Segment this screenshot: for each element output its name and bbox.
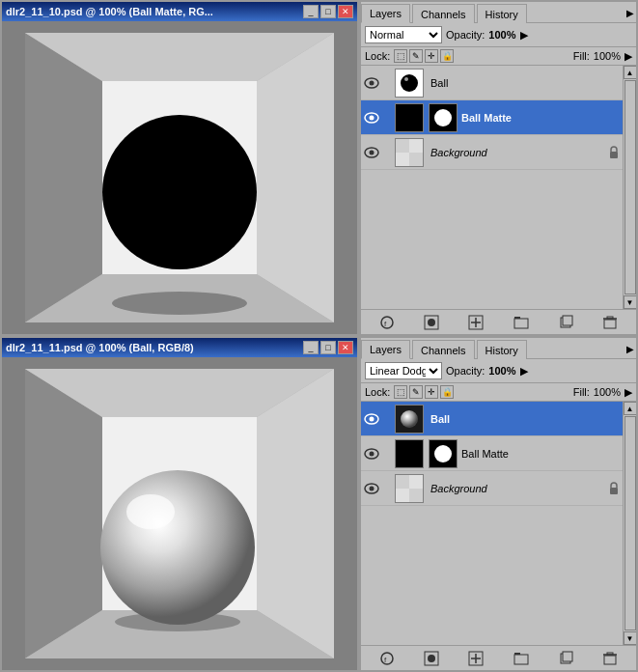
svg-rect-15 (396, 104, 423, 131)
top-titlebar: dlr2_11_10.psd @ 100% (Ball Matte, RG...… (2, 2, 357, 21)
svg-rect-23 (610, 152, 618, 158)
svg-point-19 (370, 150, 374, 154)
top-blend-controls: Normal Opacity: 100% ▶ (361, 23, 636, 47)
svg-rect-53 (396, 440, 423, 467)
top-layer-background[interactable]: Background (361, 135, 623, 170)
top-delete-layer-btn[interactable] (600, 313, 620, 332)
bottom-adjustment-btn[interactable] (466, 649, 485, 668)
top-panel-arrow[interactable]: ▶ (626, 8, 634, 18)
top-opacity-arrow[interactable]: ▶ (520, 29, 528, 42)
bottom-scroll-up[interactable]: ▲ (624, 402, 637, 415)
top-layer-ball[interactable]: Ball (361, 66, 623, 100)
top-layer-background-thumb (395, 138, 424, 167)
top-layer-ball-matte-eye[interactable] (363, 109, 380, 126)
bottom-delete-layer-btn[interactable] (600, 649, 620, 668)
top-lock-transparent-icon[interactable]: ⬚ (394, 49, 407, 63)
svg-rect-32 (514, 317, 520, 319)
svg-rect-69 (514, 655, 528, 664)
top-opacity-label: Opacity: (446, 29, 485, 41)
top-layer-ball-link[interactable] (380, 74, 392, 92)
bottom-scene-svg (25, 369, 334, 658)
top-layer-ball-name: Ball (427, 77, 621, 89)
top-layer-ball-matte[interactable]: Ball Matte (361, 100, 623, 135)
bottom-lock-all-icon[interactable]: 🔒 (440, 385, 454, 399)
bottom-style-btn[interactable]: f (377, 649, 397, 668)
bottom-window-title: dlr2_11_11.psd @ 100% (Ball, RGB/8) (6, 342, 303, 353)
svg-marker-40 (257, 369, 334, 658)
bottom-opacity-label: Opacity: (446, 365, 485, 377)
top-maximize-button[interactable]: □ (320, 5, 336, 18)
bottom-lock-pixels-icon[interactable]: ✎ (409, 385, 423, 399)
top-layer-ball-matte-name: Ball Matte (458, 112, 621, 124)
top-style-btn[interactable]: f (377, 313, 397, 332)
top-lock-all-icon[interactable]: 🔒 (440, 49, 454, 63)
bottom-maximize-button[interactable]: □ (320, 341, 336, 354)
bottom-tab-layers[interactable]: Layers (361, 340, 410, 359)
bottom-layer-ball-matte-link[interactable] (380, 445, 392, 462)
svg-point-48 (370, 416, 374, 421)
top-fill-arrow[interactable]: ▶ (624, 50, 632, 63)
top-panel-tabs: Layers Channels History ▶ (361, 2, 636, 23)
bottom-scroll-down[interactable]: ▼ (624, 631, 637, 645)
bottom-layer-background-eye[interactable] (363, 480, 380, 497)
bottom-minimize-button[interactable]: _ (303, 341, 319, 354)
bottom-tab-history[interactable]: History (477, 340, 527, 359)
bottom-lock-position-icon[interactable]: ✛ (425, 385, 438, 399)
top-new-layer-btn[interactable] (556, 313, 575, 332)
top-scroll-up[interactable]: ▲ (624, 66, 637, 79)
top-layer-ball-matte-link[interactable] (380, 109, 392, 126)
bottom-fill-arrow[interactable]: ▶ (624, 386, 632, 399)
svg-point-7 (102, 115, 257, 269)
bottom-canvas-content (25, 369, 334, 658)
top-layer-background-link[interactable] (380, 144, 392, 161)
bottom-opacity-arrow[interactable]: ▶ (520, 365, 528, 378)
bottom-panel-tabs: Layers Channels History ▶ (361, 338, 636, 359)
top-close-button[interactable]: ✕ (338, 5, 353, 18)
bottom-layer-background-link[interactable] (380, 480, 392, 497)
top-tab-history[interactable]: History (477, 4, 527, 23)
top-layer-ball-eye[interactable] (363, 74, 380, 92)
bottom-layers-list: Ball (361, 402, 623, 645)
svg-rect-60 (409, 489, 423, 502)
top-layer-ball-matte-mask (429, 103, 458, 132)
svg-point-6 (112, 292, 247, 315)
bottom-layer-ball-matte-eye[interactable] (363, 445, 380, 462)
bottom-bottom-toolbar: f (361, 645, 636, 670)
bottom-scroll-thumb[interactable] (624, 416, 636, 630)
bottom-mask-btn[interactable] (422, 649, 441, 668)
bottom-group-btn[interactable] (512, 649, 531, 668)
top-scroll-down[interactable]: ▼ (624, 295, 637, 309)
top-tab-channels[interactable]: Channels (412, 4, 474, 23)
bottom-lock-transparent-icon[interactable]: ⬚ (394, 385, 407, 399)
bottom-titlebar: dlr2_11_11.psd @ 100% (Ball, RGB/8) _ □ … (2, 338, 357, 357)
top-blend-mode-select[interactable]: Normal (365, 26, 442, 43)
svg-rect-75 (607, 653, 613, 655)
top-group-btn[interactable] (512, 313, 531, 332)
bottom-layer-ball-matte[interactable]: Ball Matte (361, 436, 623, 471)
top-tab-layers[interactable]: Layers (361, 4, 410, 23)
bottom-close-button[interactable]: ✕ (338, 341, 353, 354)
top-mask-btn[interactable] (422, 313, 441, 332)
bottom-panel-arrow[interactable]: ▶ (626, 344, 634, 354)
bottom-blend-mode-select[interactable]: Linear Dodge (365, 362, 442, 379)
top-lock-pixels-icon[interactable]: ✎ (409, 49, 423, 63)
top-scroll-thumb[interactable] (624, 80, 636, 294)
bottom-layer-ball-eye[interactable] (363, 410, 380, 428)
top-opacity-value: 100% (488, 29, 515, 41)
bottom-layer-background[interactable]: Background (361, 471, 623, 506)
top-layer-background-eye[interactable] (363, 144, 380, 161)
bottom-layer-ball-link[interactable] (380, 410, 392, 428)
top-minimize-button[interactable]: _ (303, 5, 319, 18)
svg-marker-1 (25, 33, 102, 322)
top-adjustment-btn[interactable] (466, 313, 485, 332)
top-window-title: dlr2_11_10.psd @ 100% (Ball Matte, RG... (6, 6, 303, 17)
bottom-lock-icons: ⬚ ✎ ✛ 🔒 (394, 385, 454, 399)
bottom-new-layer-btn[interactable] (556, 649, 575, 668)
bottom-tab-channels[interactable]: Channels (412, 340, 474, 359)
top-lock-label: Lock: (365, 50, 390, 62)
bottom-layer-ball[interactable]: Ball (361, 402, 623, 436)
svg-point-57 (370, 486, 374, 490)
svg-point-17 (434, 109, 452, 126)
top-layer-ball-thumb (395, 69, 424, 98)
top-lock-position-icon[interactable]: ✛ (425, 49, 438, 63)
